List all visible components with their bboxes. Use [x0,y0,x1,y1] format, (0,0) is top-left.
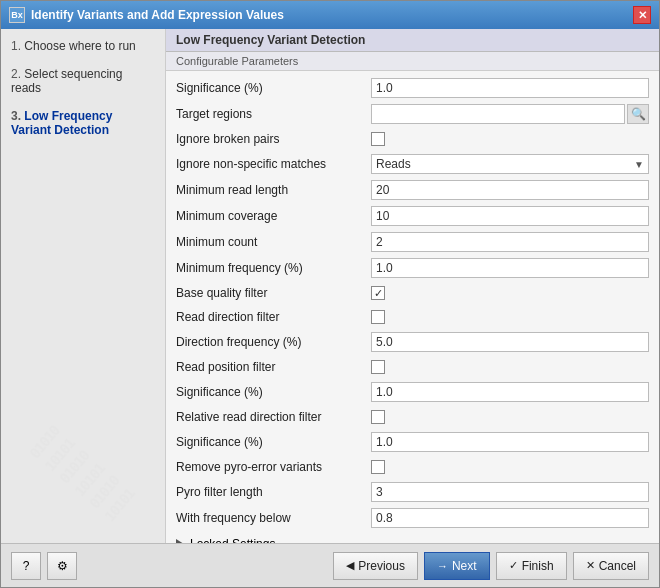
main-window: Bx Identify Variants and Add Expression … [0,0,660,588]
field-read-direction-filter: Read direction filter [166,305,659,329]
sidebar-item-1-label: Choose where to run [24,39,135,53]
input-target-regions[interactable] [371,104,625,124]
sidebar-item-2-label: Select sequencing reads [11,67,122,95]
next-button-label: Next [452,559,477,573]
question-mark-icon: ? [23,559,30,573]
input-direction-frequency[interactable] [371,332,649,352]
cancel-button-label: Cancel [599,559,636,573]
label-read-direction-filter: Read direction filter [176,310,371,324]
sidebar-item-2-number: 2. [11,67,21,81]
checkbox-remove-pyro-error[interactable] [371,460,385,474]
finish-button-label: Finish [522,559,554,573]
title-bar: Bx Identify Variants and Add Expression … [1,1,659,29]
sidebar-item-1[interactable]: 1. Choose where to run [11,39,155,53]
label-read-position-filter: Read position filter [176,360,371,374]
checkbox-ignore-broken-pairs[interactable] [371,132,385,146]
sidebar-item-3[interactable]: 3. Low Frequency Variant Detection [11,109,155,137]
field-read-position-filter: Read position filter [166,355,659,379]
field-direction-frequency: Direction frequency (%) [166,329,659,355]
input-with-frequency-below[interactable] [371,508,649,528]
browse-button[interactable]: 🔍 [627,104,649,124]
content-area: 1. Choose where to run 2. Select sequenc… [1,29,659,543]
field-with-frequency-below: With frequency below [166,505,659,531]
checkmark-icon: ✓ [509,559,518,572]
input-min-count[interactable] [371,232,649,252]
field-relative-read-direction: Relative read direction filter [166,405,659,429]
field-min-coverage: Minimum coverage [166,203,659,229]
input-min-frequency[interactable] [371,258,649,278]
checkbox-read-position-filter[interactable] [371,360,385,374]
field-significance-2: Significance (%) [166,379,659,405]
locked-settings-row[interactable]: Locked Settings [166,531,659,543]
label-min-read-length: Minimum read length [176,183,371,197]
input-significance-1[interactable] [371,78,649,98]
label-with-frequency-below: With frequency below [176,511,371,525]
checkbox-base-quality-filter[interactable] [371,286,385,300]
field-target-regions: Target regions 🔍 [166,101,659,127]
field-remove-pyro-error: Remove pyro-error variants [166,455,659,479]
form-area: Significance (%) Target regions 🔍 Ign [166,71,659,543]
checkbox-read-direction-filter[interactable] [371,310,385,324]
footer-right: ◀ Previous → Next ✓ Finish ✕ Cancel [333,552,649,580]
input-min-coverage[interactable] [371,206,649,226]
field-pyro-filter-length: Pyro filter length [166,479,659,505]
sidebar: 1. Choose where to run 2. Select sequenc… [1,29,166,543]
sidebar-item-3-number: 3. [11,109,21,123]
field-significance-3: Significance (%) [166,429,659,455]
settings-button[interactable]: ⚙ [47,552,77,580]
sidebar-item-1-number: 1. [11,39,21,53]
main-panel: Low Frequency Variant Detection Configur… [166,29,659,543]
select-value-ignore-nonspecific: Reads [376,157,411,171]
arrow-right-icon: → [437,560,448,572]
previous-button-label: Previous [358,559,405,573]
field-ignore-broken-pairs: Ignore broken pairs [166,127,659,151]
label-direction-frequency: Direction frequency (%) [176,335,371,349]
checkbox-relative-read-direction[interactable] [371,410,385,424]
field-min-frequency: Minimum frequency (%) [166,255,659,281]
label-min-count: Minimum count [176,235,371,249]
app-icon: Bx [9,7,25,23]
field-significance-1: Significance (%) [166,75,659,101]
help-button[interactable]: ? [11,552,41,580]
label-min-coverage: Minimum coverage [176,209,371,223]
label-ignore-nonspecific: Ignore non-specific matches [176,157,371,171]
label-remove-pyro-error: Remove pyro-error variants [176,460,371,474]
title-bar-left: Bx Identify Variants and Add Expression … [9,7,284,23]
panel-header: Low Frequency Variant Detection [166,29,659,52]
label-significance-3: Significance (%) [176,435,371,449]
close-button[interactable]: ✕ [633,6,651,24]
label-relative-read-direction: Relative read direction filter [176,410,371,424]
target-regions-input-group: 🔍 [371,104,649,124]
label-significance-1: Significance (%) [176,81,371,95]
next-button[interactable]: → Next [424,552,490,580]
field-base-quality-filter: Base quality filter [166,281,659,305]
field-min-count: Minimum count [166,229,659,255]
input-min-read-length[interactable] [371,180,649,200]
sidebar-item-3-label: Low Frequency Variant Detection [11,109,112,137]
cancel-button[interactable]: ✕ Cancel [573,552,649,580]
footer-left: ? ⚙ [11,552,77,580]
footer: ? ⚙ ◀ Previous → Next ✓ Finish ✕ Cancel [1,543,659,587]
input-significance-2[interactable] [371,382,649,402]
finish-button[interactable]: ✓ Finish [496,552,567,580]
select-ignore-nonspecific[interactable]: Reads ▼ [371,154,649,174]
label-target-regions: Target regions [176,107,371,121]
search-icon: 🔍 [631,107,646,121]
watermark: 010101010101010101010101010101 [1,382,166,543]
x-icon: ✕ [586,559,595,572]
sidebar-item-2[interactable]: 2. Select sequencing reads [11,67,155,95]
input-significance-3[interactable] [371,432,649,452]
arrow-left-icon: ◀ [346,559,354,572]
chevron-down-icon: ▼ [634,159,644,170]
label-significance-2: Significance (%) [176,385,371,399]
label-ignore-broken-pairs: Ignore broken pairs [176,132,371,146]
window-title: Identify Variants and Add Expression Val… [31,8,284,22]
panel-subheader: Configurable Parameters [166,52,659,71]
gear-icon: ⚙ [57,559,68,573]
label-min-frequency: Minimum frequency (%) [176,261,371,275]
previous-button[interactable]: ◀ Previous [333,552,418,580]
input-pyro-filter-length[interactable] [371,482,649,502]
label-pyro-filter-length: Pyro filter length [176,485,371,499]
field-min-read-length: Minimum read length [166,177,659,203]
field-ignore-nonspecific: Ignore non-specific matches Reads ▼ [166,151,659,177]
